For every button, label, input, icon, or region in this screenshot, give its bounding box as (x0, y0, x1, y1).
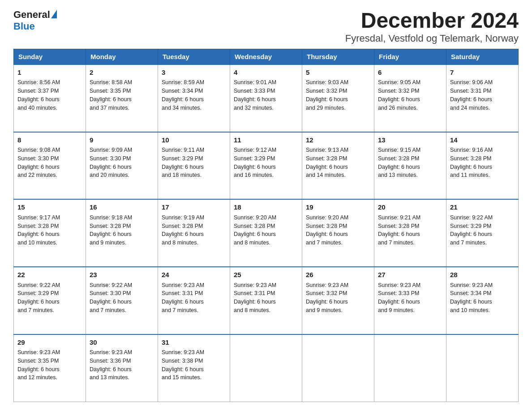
daylight-minutes-text: and 8 minutes. (234, 240, 270, 246)
calendar-cell: 10 Sunrise: 9:11 AM Sunset: 3:29 PM Dayl… (158, 132, 230, 200)
sunrise-text: Sunrise: 9:23 AM (306, 282, 348, 288)
daylight-text: Daylight: 6 hours (234, 299, 276, 305)
day-number: 9 (90, 135, 154, 146)
sunrise-text: Sunrise: 8:56 AM (17, 79, 60, 86)
sunrise-text: Sunrise: 9:23 AM (450, 282, 493, 288)
calendar-cell: 6 Sunrise: 9:05 AM Sunset: 3:32 PM Dayli… (374, 64, 446, 132)
calendar-cell: 17 Sunrise: 9:19 AM Sunset: 3:28 PM Dayl… (158, 199, 230, 267)
calendar-cell: 16 Sunrise: 9:18 AM Sunset: 3:28 PM Dayl… (86, 199, 158, 267)
calendar-week-row: 15 Sunrise: 9:17 AM Sunset: 3:28 PM Dayl… (14, 199, 519, 267)
calendar-cell: 24 Sunrise: 9:23 AM Sunset: 3:31 PM Dayl… (158, 267, 230, 334)
page: General Blue December 2024 Fyresdal, Ves… (0, 0, 532, 411)
sunrise-text: Sunrise: 9:22 AM (17, 282, 60, 288)
sunset-text: Sunset: 3:28 PM (234, 223, 275, 229)
daylight-minutes-text: and 8 minutes. (162, 240, 198, 246)
sunrise-text: Sunrise: 9:23 AM (162, 349, 204, 355)
day-number: 16 (90, 202, 154, 213)
daylight-minutes-text: and 10 minutes. (450, 307, 490, 313)
day-number: 12 (306, 135, 370, 146)
calendar-cell: 21 Sunrise: 9:22 AM Sunset: 3:29 PM Dayl… (446, 199, 519, 267)
sunrise-text: Sunrise: 9:13 AM (306, 147, 348, 153)
daylight-minutes-text: and 7 minutes. (162, 307, 198, 313)
sunrise-text: Sunrise: 9:23 AM (378, 282, 420, 288)
calendar-cell: 8 Sunrise: 9:08 AM Sunset: 3:30 PM Dayli… (14, 132, 86, 200)
daylight-text: Daylight: 6 hours (450, 96, 492, 103)
daylight-minutes-text: and 12 minutes. (17, 374, 57, 381)
sunrise-text: Sunrise: 9:15 AM (378, 147, 420, 153)
col-tuesday: Tuesday (158, 49, 230, 64)
sunset-text: Sunset: 3:28 PM (378, 155, 419, 162)
day-number: 2 (90, 68, 154, 78)
daylight-text: Daylight: 6 hours (90, 231, 132, 237)
calendar-cell: 14 Sunrise: 9:16 AM Sunset: 3:28 PM Dayl… (446, 132, 519, 200)
sunset-text: Sunset: 3:28 PM (90, 223, 131, 229)
daylight-minutes-text: and 8 minutes. (234, 307, 270, 313)
calendar-header-row: Sunday Monday Tuesday Wednesday Thursday… (14, 49, 519, 64)
sunrise-text: Sunrise: 9:21 AM (378, 214, 420, 221)
calendar-cell: 31 Sunrise: 9:23 AM Sunset: 3:38 PM Dayl… (158, 334, 230, 402)
sunset-text: Sunset: 3:29 PM (450, 223, 491, 229)
daylight-text: Daylight: 6 hours (162, 299, 204, 305)
day-number: 26 (306, 270, 370, 280)
day-number: 17 (162, 202, 226, 213)
sunset-text: Sunset: 3:31 PM (450, 88, 491, 94)
day-number: 3 (162, 68, 226, 78)
daylight-text: Daylight: 6 hours (90, 366, 132, 372)
calendar-cell: 23 Sunrise: 9:22 AM Sunset: 3:30 PM Dayl… (86, 267, 158, 334)
logo-general-text: General (13, 9, 57, 21)
sunrise-text: Sunrise: 9:18 AM (90, 214, 132, 221)
col-monday: Monday (86, 49, 158, 64)
sunrise-text: Sunrise: 9:12 AM (234, 147, 276, 153)
day-number: 25 (234, 270, 298, 280)
daylight-text: Daylight: 6 hours (17, 96, 60, 103)
daylight-minutes-text: and 7 minutes. (90, 307, 126, 313)
calendar-cell (230, 334, 302, 402)
daylight-minutes-text: and 13 minutes. (378, 172, 418, 178)
calendar-cell: 26 Sunrise: 9:23 AM Sunset: 3:32 PM Dayl… (302, 267, 374, 334)
daylight-minutes-text: and 37 minutes. (90, 105, 129, 111)
sunset-text: Sunset: 3:35 PM (90, 88, 131, 94)
daylight-minutes-text: and 34 minutes. (162, 105, 202, 111)
sunset-text: Sunset: 3:37 PM (17, 88, 59, 94)
daylight-minutes-text: and 18 minutes. (162, 172, 202, 178)
day-number: 5 (306, 68, 370, 78)
day-number: 20 (378, 202, 442, 213)
daylight-text: Daylight: 6 hours (450, 164, 492, 170)
day-number: 4 (234, 68, 298, 78)
calendar-cell: 3 Sunrise: 8:59 AM Sunset: 3:34 PM Dayli… (158, 64, 230, 132)
sunset-text: Sunset: 3:30 PM (90, 155, 131, 162)
day-number: 24 (162, 270, 226, 280)
daylight-minutes-text: and 7 minutes. (450, 240, 487, 246)
calendar-cell: 5 Sunrise: 9:03 AM Sunset: 3:32 PM Dayli… (302, 64, 374, 132)
day-number: 8 (17, 135, 82, 146)
day-number: 27 (378, 270, 442, 280)
logo-triangle-icon (51, 10, 57, 18)
daylight-text: Daylight: 6 hours (162, 231, 204, 237)
col-sunday: Sunday (14, 49, 86, 64)
header: General Blue December 2024 Fyresdal, Ves… (13, 9, 519, 44)
day-number: 31 (162, 338, 226, 348)
daylight-minutes-text: and 14 minutes. (306, 172, 346, 178)
day-number: 22 (17, 270, 82, 280)
sunset-text: Sunset: 3:30 PM (90, 290, 131, 296)
day-number: 15 (17, 202, 82, 213)
day-number: 29 (17, 338, 82, 348)
calendar-cell: 27 Sunrise: 9:23 AM Sunset: 3:33 PM Dayl… (374, 267, 446, 334)
calendar-cell: 20 Sunrise: 9:21 AM Sunset: 3:28 PM Dayl… (374, 199, 446, 267)
sunset-text: Sunset: 3:29 PM (17, 290, 59, 296)
calendar-cell: 30 Sunrise: 9:23 AM Sunset: 3:36 PM Dayl… (86, 334, 158, 402)
sunset-text: Sunset: 3:33 PM (234, 88, 275, 94)
daylight-text: Daylight: 6 hours (17, 299, 60, 305)
daylight-text: Daylight: 6 hours (90, 96, 132, 103)
title-block: December 2024 Fyresdal, Vestfold og Tele… (345, 9, 519, 44)
sunset-text: Sunset: 3:28 PM (306, 223, 347, 229)
logo: General Blue (13, 9, 57, 32)
daylight-text: Daylight: 6 hours (378, 299, 420, 305)
sunrise-text: Sunrise: 9:06 AM (450, 79, 493, 86)
sunset-text: Sunset: 3:28 PM (450, 155, 491, 162)
day-number: 7 (450, 68, 515, 78)
day-number: 1 (17, 68, 82, 78)
day-number: 18 (234, 202, 298, 213)
sunrise-text: Sunrise: 9:05 AM (378, 79, 420, 86)
day-number: 30 (90, 338, 154, 348)
